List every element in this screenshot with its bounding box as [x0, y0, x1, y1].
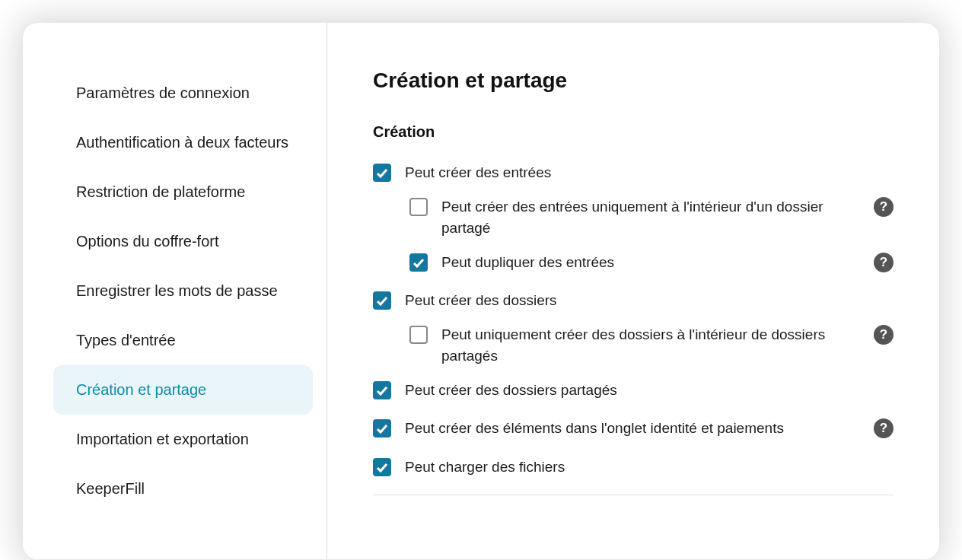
- check-icon: [376, 294, 388, 307]
- option-label: Peut créer des dossiers: [405, 290, 894, 312]
- option-can-create-identity-payments: Peut créer des éléments dans l'onglet id…: [373, 418, 894, 440]
- check-icon: [376, 461, 388, 473]
- sidebar-item-import-export[interactable]: Importation et exportation: [53, 415, 313, 464]
- sidebar-item-save-passwords[interactable]: Enregistrer les mots de passe: [53, 266, 313, 316]
- sidebar-item-keeperfill[interactable]: KeeperFill: [53, 464, 313, 514]
- option-label: Peut dupliquer des entrées: [441, 252, 863, 274]
- option-label: Peut créer des entrées uniquement à l'in…: [441, 196, 860, 240]
- option-label: Peut créer des dossiers partagés: [405, 380, 894, 402]
- settings-panel: Paramètres de connexion Authentification…: [23, 23, 939, 559]
- check-icon: [376, 167, 388, 179]
- help-icon[interactable]: ?: [874, 418, 894, 438]
- option-can-create-shared-folders: Peut créer des dossiers partagés: [373, 380, 894, 402]
- settings-sidebar: Paramètres de connexion Authentification…: [23, 23, 327, 559]
- sidebar-item-creation-sharing[interactable]: Création et partage: [53, 365, 313, 415]
- help-icon[interactable]: ?: [874, 325, 894, 345]
- check-icon: [376, 422, 388, 434]
- option-can-duplicate-entries: Peut dupliquer des entrées ?: [373, 252, 894, 274]
- check-icon: [413, 256, 425, 269]
- checkbox-can-create-entries[interactable]: [373, 164, 391, 182]
- sidebar-item-two-factor[interactable]: Authentification à deux facteurs: [53, 118, 313, 167]
- check-icon: [376, 384, 388, 396]
- option-label: Peut créer des entrées: [405, 162, 894, 184]
- option-entries-shared-only: Peut créer des entrées uniquement à l'in…: [373, 196, 894, 240]
- sidebar-item-login-settings[interactable]: Paramètres de connexion: [53, 68, 313, 118]
- sidebar-item-platform-restriction[interactable]: Restriction de plateforme: [53, 167, 313, 217]
- option-can-create-entries: Peut créer des entrées: [373, 162, 894, 184]
- checkbox-can-duplicate-entries[interactable]: [409, 253, 428, 272]
- option-can-create-folders: Peut créer des dossiers: [373, 290, 894, 312]
- help-icon[interactable]: ?: [874, 253, 894, 272]
- sidebar-item-entry-types[interactable]: Types d'entrée: [53, 316, 313, 365]
- option-folders-shared-only: Peut uniquement créer des dossiers à l'i…: [373, 324, 894, 368]
- checkbox-can-create-folders[interactable]: [373, 291, 391, 310]
- section-divider: [373, 495, 894, 495]
- help-icon[interactable]: ?: [874, 197, 894, 217]
- checkbox-can-create-shared-folders[interactable]: [373, 381, 391, 399]
- section-title-creation: Création: [373, 123, 894, 141]
- checkbox-entries-shared-only[interactable]: [409, 198, 428, 216]
- option-can-upload-files: Peut charger des fichiers: [373, 457, 894, 479]
- content-area: Création et partage Création Peut créer …: [327, 23, 939, 559]
- checkbox-folders-shared-only[interactable]: [409, 326, 428, 344]
- option-label: Peut charger des fichiers: [405, 457, 894, 479]
- checkbox-can-upload-files[interactable]: [373, 458, 391, 476]
- option-label: Peut créer des éléments dans l'onglet id…: [405, 418, 863, 440]
- sidebar-item-vault-options[interactable]: Options du coffre-fort: [53, 217, 313, 266]
- page-title: Création et partage: [373, 68, 894, 93]
- option-label: Peut uniquement créer des dossiers à l'i…: [441, 324, 860, 368]
- checkbox-can-create-identity-payments[interactable]: [373, 419, 391, 438]
